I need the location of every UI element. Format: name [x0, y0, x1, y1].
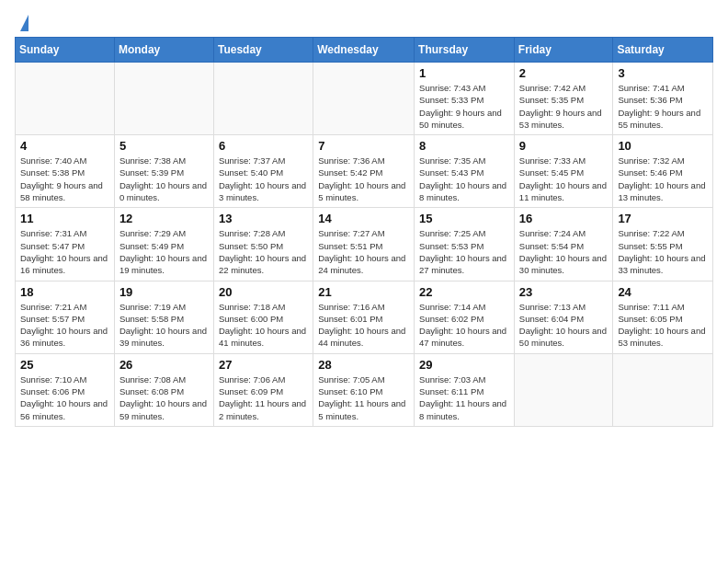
- day-number: 12: [119, 212, 209, 225]
- calendar-day-3: 3Sunrise: 7:41 AM Sunset: 5:36 PM Daylig…: [613, 63, 713, 135]
- weekday-header-row: SundayMondayTuesdayWednesdayThursdayFrid…: [16, 38, 713, 63]
- calendar-week-row: 18Sunrise: 7:21 AM Sunset: 5:57 PM Dayli…: [16, 281, 713, 353]
- day-number: 14: [318, 212, 409, 225]
- day-number: 3: [618, 66, 708, 80]
- day-number: 15: [419, 212, 509, 225]
- day-number: 21: [318, 285, 409, 299]
- day-number: 11: [20, 212, 109, 225]
- calendar-day-14: 14Sunrise: 7:27 AM Sunset: 5:51 PM Dayli…: [313, 208, 415, 281]
- day-info: Sunrise: 7:16 AM Sunset: 6:01 PM Dayligh…: [318, 301, 409, 350]
- calendar-table: SundayMondayTuesdayWednesdayThursdayFrid…: [15, 37, 713, 427]
- weekday-header-wednesday: Wednesday: [313, 38, 415, 63]
- day-number: 26: [119, 358, 209, 372]
- day-number: 2: [519, 66, 609, 80]
- weekday-header-monday: Monday: [114, 38, 213, 63]
- calendar-day-empty: [16, 63, 115, 135]
- page-header: [15, 15, 713, 28]
- calendar-day-empty: [213, 63, 313, 135]
- day-info: Sunrise: 7:32 AM Sunset: 5:46 PM Dayligh…: [618, 155, 708, 203]
- calendar-day-8: 8Sunrise: 7:35 AM Sunset: 5:43 PM Daylig…: [415, 135, 515, 208]
- day-number: 25: [20, 358, 109, 372]
- calendar-day-19: 19Sunrise: 7:19 AM Sunset: 5:58 PM Dayli…: [114, 281, 213, 353]
- day-info: Sunrise: 7:21 AM Sunset: 5:57 PM Dayligh…: [20, 301, 109, 350]
- calendar-day-21: 21Sunrise: 7:16 AM Sunset: 6:01 PM Dayli…: [313, 281, 415, 353]
- calendar-day-9: 9Sunrise: 7:33 AM Sunset: 5:45 PM Daylig…: [514, 135, 613, 208]
- day-info: Sunrise: 7:38 AM Sunset: 5:39 PM Dayligh…: [119, 155, 209, 203]
- day-info: Sunrise: 7:36 AM Sunset: 5:42 PM Dayligh…: [318, 155, 409, 203]
- day-number: 22: [419, 285, 509, 299]
- day-info: Sunrise: 7:31 AM Sunset: 5:47 PM Dayligh…: [20, 227, 109, 276]
- day-info: Sunrise: 7:29 AM Sunset: 5:49 PM Dayligh…: [119, 227, 209, 276]
- day-info: Sunrise: 7:03 AM Sunset: 6:11 PM Dayligh…: [419, 373, 509, 422]
- weekday-header-saturday: Saturday: [613, 38, 713, 63]
- day-info: Sunrise: 7:42 AM Sunset: 5:35 PM Dayligh…: [519, 82, 609, 131]
- calendar-day-18: 18Sunrise: 7:21 AM Sunset: 5:57 PM Dayli…: [16, 281, 115, 353]
- day-number: 28: [318, 358, 409, 372]
- day-number: 9: [519, 139, 609, 153]
- calendar-week-row: 1Sunrise: 7:43 AM Sunset: 5:33 PM Daylig…: [16, 63, 713, 135]
- day-info: Sunrise: 7:24 AM Sunset: 5:54 PM Dayligh…: [519, 227, 609, 276]
- day-number: 17: [618, 212, 708, 225]
- day-number: 6: [219, 139, 308, 153]
- weekday-header-sunday: Sunday: [16, 38, 115, 63]
- day-number: 24: [618, 285, 708, 299]
- calendar-day-17: 17Sunrise: 7:22 AM Sunset: 5:55 PM Dayli…: [613, 208, 713, 281]
- day-number: 13: [219, 212, 308, 225]
- calendar-day-2: 2Sunrise: 7:42 AM Sunset: 5:35 PM Daylig…: [514, 63, 613, 135]
- day-info: Sunrise: 7:28 AM Sunset: 5:50 PM Dayligh…: [219, 227, 308, 276]
- calendar-day-5: 5Sunrise: 7:38 AM Sunset: 5:39 PM Daylig…: [114, 135, 213, 208]
- day-number: 1: [419, 66, 509, 80]
- calendar-week-row: 4Sunrise: 7:40 AM Sunset: 5:38 PM Daylig…: [16, 135, 713, 208]
- calendar-week-row: 25Sunrise: 7:10 AM Sunset: 6:06 PM Dayli…: [16, 353, 713, 426]
- calendar-day-empty: [514, 353, 613, 426]
- day-info: Sunrise: 7:43 AM Sunset: 5:33 PM Dayligh…: [419, 82, 509, 131]
- weekday-header-thursday: Thursday: [415, 38, 515, 63]
- day-number: 27: [219, 358, 308, 372]
- weekday-header-friday: Friday: [514, 38, 613, 63]
- day-info: Sunrise: 7:35 AM Sunset: 5:43 PM Dayligh…: [419, 155, 509, 203]
- day-info: Sunrise: 7:05 AM Sunset: 6:10 PM Dayligh…: [318, 373, 409, 422]
- calendar-day-11: 11Sunrise: 7:31 AM Sunset: 5:47 PM Dayli…: [16, 208, 115, 281]
- day-number: 23: [519, 285, 609, 299]
- day-info: Sunrise: 7:27 AM Sunset: 5:51 PM Dayligh…: [318, 227, 409, 276]
- day-info: Sunrise: 7:33 AM Sunset: 5:45 PM Dayligh…: [519, 155, 609, 203]
- calendar-day-empty: [114, 63, 213, 135]
- day-info: Sunrise: 7:37 AM Sunset: 5:40 PM Dayligh…: [219, 155, 308, 203]
- calendar-day-16: 16Sunrise: 7:24 AM Sunset: 5:54 PM Dayli…: [514, 208, 613, 281]
- calendar-day-10: 10Sunrise: 7:32 AM Sunset: 5:46 PM Dayli…: [613, 135, 713, 208]
- day-info: Sunrise: 7:25 AM Sunset: 5:53 PM Dayligh…: [419, 227, 509, 276]
- day-info: Sunrise: 7:08 AM Sunset: 6:08 PM Dayligh…: [119, 373, 209, 422]
- calendar-day-29: 29Sunrise: 7:03 AM Sunset: 6:11 PM Dayli…: [415, 353, 515, 426]
- calendar-day-empty: [313, 63, 415, 135]
- calendar-day-22: 22Sunrise: 7:14 AM Sunset: 6:02 PM Dayli…: [415, 281, 515, 353]
- day-info: Sunrise: 7:14 AM Sunset: 6:02 PM Dayligh…: [419, 301, 509, 350]
- day-number: 19: [119, 285, 209, 299]
- day-info: Sunrise: 7:11 AM Sunset: 6:05 PM Dayligh…: [618, 301, 708, 350]
- calendar-day-4: 4Sunrise: 7:40 AM Sunset: 5:38 PM Daylig…: [16, 135, 115, 208]
- day-info: Sunrise: 7:13 AM Sunset: 6:04 PM Dayligh…: [519, 301, 609, 350]
- day-number: 8: [419, 139, 509, 153]
- calendar-week-row: 11Sunrise: 7:31 AM Sunset: 5:47 PM Dayli…: [16, 208, 713, 281]
- calendar-day-25: 25Sunrise: 7:10 AM Sunset: 6:06 PM Dayli…: [16, 353, 115, 426]
- calendar-day-12: 12Sunrise: 7:29 AM Sunset: 5:49 PM Dayli…: [114, 208, 213, 281]
- day-number: 18: [20, 285, 109, 299]
- day-info: Sunrise: 7:41 AM Sunset: 5:36 PM Dayligh…: [618, 82, 708, 131]
- calendar-day-15: 15Sunrise: 7:25 AM Sunset: 5:53 PM Dayli…: [415, 208, 515, 281]
- day-number: 16: [519, 212, 609, 225]
- calendar-day-6: 6Sunrise: 7:37 AM Sunset: 5:40 PM Daylig…: [213, 135, 313, 208]
- calendar-day-20: 20Sunrise: 7:18 AM Sunset: 6:00 PM Dayli…: [213, 281, 313, 353]
- calendar-day-7: 7Sunrise: 7:36 AM Sunset: 5:42 PM Daylig…: [313, 135, 415, 208]
- day-info: Sunrise: 7:18 AM Sunset: 6:00 PM Dayligh…: [219, 301, 308, 350]
- logo-triangle-icon: [20, 15, 28, 31]
- weekday-header-tuesday: Tuesday: [213, 38, 313, 63]
- calendar-day-empty: [613, 353, 713, 426]
- day-info: Sunrise: 7:06 AM Sunset: 6:09 PM Dayligh…: [219, 373, 308, 422]
- calendar-day-13: 13Sunrise: 7:28 AM Sunset: 5:50 PM Dayli…: [213, 208, 313, 281]
- day-number: 5: [119, 139, 209, 153]
- day-number: 20: [219, 285, 308, 299]
- day-info: Sunrise: 7:19 AM Sunset: 5:58 PM Dayligh…: [119, 301, 209, 350]
- calendar-day-1: 1Sunrise: 7:43 AM Sunset: 5:33 PM Daylig…: [415, 63, 515, 135]
- calendar-day-24: 24Sunrise: 7:11 AM Sunset: 6:05 PM Dayli…: [613, 281, 713, 353]
- day-info: Sunrise: 7:40 AM Sunset: 5:38 PM Dayligh…: [20, 155, 109, 203]
- day-number: 10: [618, 139, 708, 153]
